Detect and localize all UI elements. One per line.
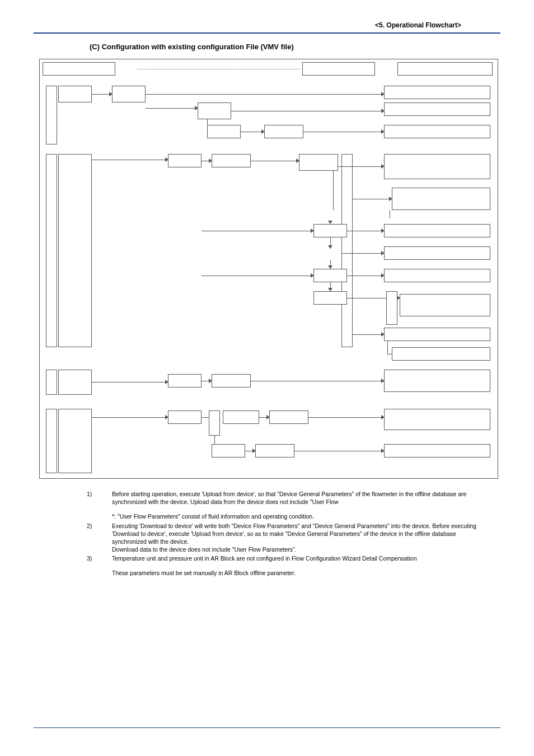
note-number: [87, 569, 112, 577]
note-number: 3): [87, 554, 112, 562]
page-header: <5. Operational Flowchart>: [34, 21, 500, 32]
note-number: 1): [87, 490, 112, 506]
note-text: Temperature unit and pressure unit in AR…: [112, 554, 489, 562]
header-divider: [34, 32, 500, 34]
footer-divider: [34, 727, 500, 728]
note-text: These parameters must be set manually in…: [112, 569, 489, 577]
note-number: [87, 512, 112, 520]
section-title: (C) Configuration with existing configur…: [90, 43, 500, 51]
note-text: Before starting operation, execute 'Uplo…: [112, 490, 489, 506]
flowchart-diagram: [39, 59, 498, 479]
note-text: *: "User Flow Parameters" consist of flu…: [112, 512, 489, 520]
note-text: Executing 'Download to device' will writ…: [112, 522, 489, 554]
note-number: 2): [87, 522, 112, 554]
notes-section: 1) Before starting operation, execute 'U…: [87, 490, 489, 577]
